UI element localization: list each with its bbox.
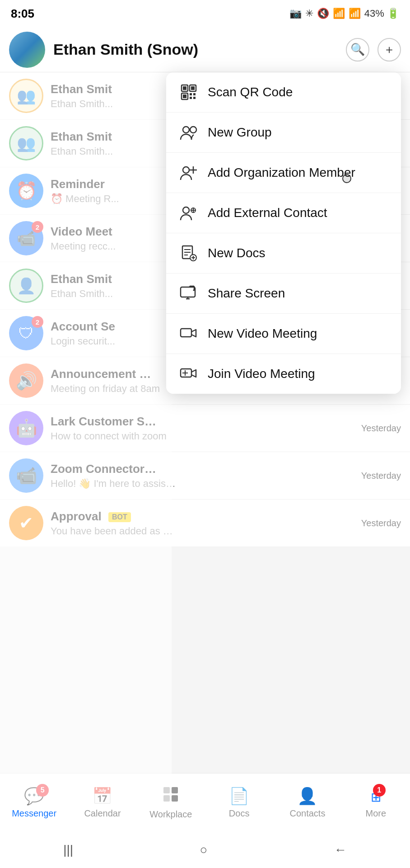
dim-overlay [0,72,172,805]
status-icons: 📷 ✳ 🔇 📶 📶 43% 🔋 [289,8,399,19]
menu-item-label: Add Organization Member [208,165,355,180]
new-video-meeting-icon [179,324,199,344]
header: Ethan Smith (Snow) 🔍 ＋ [0,27,410,72]
docs-icon [179,243,199,263]
status-time: 8:05 [11,7,34,21]
menu-item-label: New Video Meeting [208,326,317,341]
menu-item-label: Scan QR Code [208,85,293,99]
more-badge: 1 [373,784,386,797]
home-button[interactable]: ○ [186,838,221,862]
search-button[interactable]: 🔍 [346,38,369,61]
nav-item-docs[interactable]: 📄 Docs [205,774,273,832]
nav-label-docs: Docs [229,808,250,819]
back-button[interactable]: ← [321,838,360,862]
bluetooth-icon: ✳ [305,8,313,19]
menu-item-label: New Group [208,125,272,140]
join-video-meeting-icon [179,364,199,384]
docs-nav-icon: 📄 [229,787,249,806]
svg-rect-29 [181,329,191,337]
svg-rect-5 [183,94,186,98]
menu-item-join-video[interactable]: Join Video Meeting [166,354,401,394]
page-title: Ethan Smith (Snow) [53,41,346,58]
mute-icon: 🔇 [317,8,329,19]
svg-point-11 [190,127,196,133]
add-button[interactable]: ＋ [377,38,401,61]
nav-label-messenger: Messenger [12,808,56,819]
menu-item-new-group[interactable]: New Group [166,113,401,153]
menu-item-label: Share Screen [208,286,285,301]
svg-rect-3 [191,86,195,90]
chat-time: Yesterday [361,423,401,434]
contacts-icon: 👤 [297,787,317,806]
nav-item-contacts[interactable]: 👤 Contacts [273,774,341,832]
more-icon: ⊞ 1 [371,787,381,806]
dropdown-menu: Scan QR Code New Group Add Organization … [166,72,401,394]
menu-item-new-video[interactable]: New Video Meeting [166,314,401,354]
menu-item-scan-qr[interactable]: Scan QR Code [166,72,401,113]
nav-item-more[interactable]: ⊞ 1 More [342,774,410,832]
search-icon: 🔍 [350,42,365,57]
menu-item-share-screen[interactable]: Share Screen [166,274,401,314]
add-org-icon [179,163,199,183]
menu-item-label: Join Video Meeting [208,367,315,381]
svg-rect-36 [172,795,178,802]
add-icon: ＋ [383,42,395,57]
menu-item-label: New Docs [208,246,266,260]
wifi-icon: 📶 [333,8,345,19]
chat-time: Yesterday [361,518,401,528]
nav-label-calendar: Calendar [84,808,121,819]
svg-rect-1 [183,86,186,90]
system-bar: ||| ○ ← [0,832,410,868]
nav-label-more: More [366,808,387,819]
menu-item-new-docs[interactable]: New Docs [166,233,401,274]
svg-rect-6 [190,93,192,95]
svg-point-15 [183,207,189,213]
chat-time: Yesterday [361,471,401,481]
menu-button[interactable]: ||| [50,838,87,862]
header-icons: 🔍 ＋ [346,38,401,61]
qr-code-icon [179,82,199,102]
nav-label-contacts: Contacts [290,808,326,819]
nav-label-workplace: Workplace [149,809,192,820]
menu-item-label: Add External Contact [208,206,327,220]
avatar[interactable] [9,32,45,68]
add-ext-contact-icon [179,203,199,223]
svg-rect-9 [193,97,196,99]
menu-item-add-org[interactable]: Add Organization Member [166,153,401,193]
menu-item-add-ext[interactable]: Add External Contact [166,193,401,233]
svg-point-10 [183,127,189,133]
svg-rect-26 [181,287,195,297]
camera-icon: 📷 [289,8,302,19]
new-group-icon [179,123,199,142]
svg-rect-34 [172,787,178,793]
share-screen-icon [179,283,199,303]
battery-text: 43% 🔋 [364,8,399,19]
signal-icon: 📶 [349,8,361,19]
svg-rect-7 [193,93,196,95]
svg-rect-8 [190,97,192,99]
status-bar: 8:05 📷 ✳ 🔇 📶 📶 43% 🔋 [0,0,410,27]
svg-point-12 [183,167,189,173]
